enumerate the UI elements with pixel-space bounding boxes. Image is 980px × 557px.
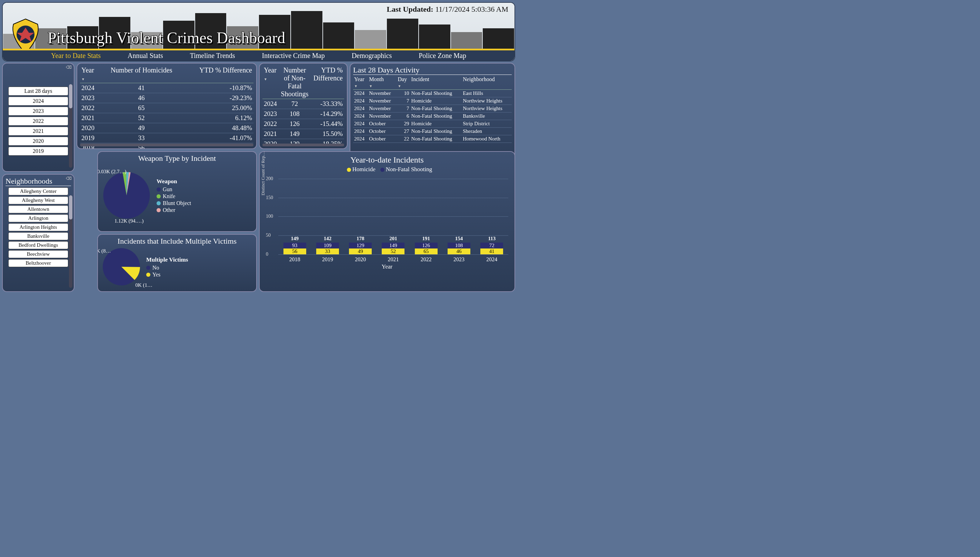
year-filter-2024[interactable]: 2024	[8, 97, 69, 106]
legend-item[interactable]: Blunt Object	[157, 200, 191, 206]
tab-demographics[interactable]: Demographics	[352, 52, 392, 60]
weapon-pie-title: Weapon Type by Incident	[101, 154, 253, 163]
neighborhood-beltzhoover[interactable]: Beltzhoover	[8, 259, 69, 267]
col-count[interactable]: Number of Non-Fatal Shootings	[278, 65, 311, 99]
x-tick: 2023	[453, 256, 464, 263]
year-filter-panel: ⌫ Last 28 days202420232022202120202019	[2, 63, 75, 172]
table-row[interactable]: 20226525.00%	[80, 103, 253, 113]
table-row[interactable]: 2021526.12%	[80, 113, 253, 123]
nav-tabs: Year to Date StatsAnnual StatsTimeline T…	[3, 50, 514, 61]
nfs-table-panel: Year▼ Number of Non-Fatal Shootings YTD …	[259, 63, 347, 149]
year-filter-2023[interactable]: 2023	[8, 107, 69, 116]
y-axis-label: Distinct Count of Rep…	[260, 151, 266, 195]
neighborhood-allentown[interactable]: Allentown	[8, 205, 69, 213]
table-row[interactable]: 20204948.48%	[80, 123, 253, 133]
neighborhood-arlington[interactable]: Arlington	[8, 214, 69, 222]
legend-item[interactable]: Non-Fatal Shooting	[386, 166, 432, 173]
scrollbar[interactable]	[80, 143, 253, 146]
col-neighborhood[interactable]: Neighborhood	[462, 76, 512, 90]
weapon-pie-panel: Weapon Type by Incident 0.03K (2.7…) 1.1…	[97, 151, 257, 232]
tab-police-zone-map[interactable]: Police Zone Map	[419, 52, 466, 60]
year-filter-2019[interactable]: 2019	[8, 147, 69, 156]
x-axis-label: Year	[263, 263, 512, 270]
neighborhood-allegheny-center[interactable]: Allegheny Center	[8, 187, 69, 195]
table-row[interactable]: 202472-33.33%	[263, 99, 344, 109]
year-filter-2021[interactable]: 2021	[8, 127, 69, 136]
bar-2018[interactable]: 149 93 56	[284, 243, 306, 254]
table-row[interactable]: 201910917.20%	[263, 149, 344, 150]
table-row[interactable]: 2022126-15.44%	[263, 119, 344, 129]
neighborhood-filter-panel: ⌫ Neighborhoods Allegheny CenterAlleghen…	[2, 174, 75, 292]
col-year[interactable]: Year▼	[263, 65, 278, 99]
bar-2022[interactable]: 191 126 65	[415, 243, 438, 254]
col-day[interactable]: Day▼	[397, 76, 410, 90]
table-row[interactable]: 202441-10.87%	[80, 83, 253, 93]
table-row[interactable]: 2024November10Non-Fatal ShootingEast Hil…	[353, 90, 512, 97]
neighborhood-beechview[interactable]: Beechview	[8, 250, 69, 258]
year-filter-2022[interactable]: 2022	[8, 117, 69, 125]
bar-2020[interactable]: 178 129 49	[349, 243, 372, 254]
col-incident[interactable]: Incident	[410, 76, 462, 90]
table-row[interactable]: 2024October22Non-Fatal ShootingHomewood …	[353, 135, 512, 143]
col-pct[interactable]: YTD % Difference	[182, 65, 253, 83]
bar-2024[interactable]: 113 72 41	[480, 243, 503, 254]
col-count[interactable]: Number of Homicides	[101, 65, 183, 83]
table-row[interactable]: 2023108-14.29%	[263, 109, 344, 119]
neighborhood-allegheny-west[interactable]: Allegheny West	[8, 196, 69, 204]
legend-item[interactable]: Knife	[157, 193, 191, 199]
x-tick: 2024	[486, 256, 497, 263]
table-row[interactable]: 202346-29.23%	[80, 93, 253, 103]
scrollbar[interactable]	[69, 84, 72, 168]
header-banner: Last Updated: 11/17/2024 5:03:36 AM Pitt…	[2, 2, 515, 62]
year-filter-2020[interactable]: 2020	[8, 137, 69, 146]
table-row[interactable]: 201933-41.07%	[80, 133, 253, 143]
x-tick: 2019	[322, 256, 333, 263]
table-row[interactable]: 2024November7Non-Fatal ShootingNorthview…	[353, 105, 512, 112]
table-row[interactable]: 2024November7HomicideNorthview Heights	[353, 97, 512, 105]
multi-victim-pie-panel: Incidents that Include Multiple Victims …	[97, 234, 257, 292]
recent-title: Last 28 Days Activity	[353, 65, 512, 75]
recent-table: Year▼Month▼Day▼IncidentNeighborhood 2024…	[353, 76, 512, 143]
bar-2021[interactable]: 201 149 52	[382, 243, 404, 254]
neighborhood-arlington-heights[interactable]: Arlington Heights	[8, 223, 69, 231]
tab-year-to-date-stats[interactable]: Year to Date Stats	[51, 52, 101, 60]
multi-pie-title: Incidents that Include Multiple Victims	[101, 237, 253, 246]
eraser-icon[interactable]: ⌫	[66, 65, 72, 70]
ytd-bar-panel: Year-to-date Incidents HomicideNon-Fatal…	[259, 151, 515, 292]
last-updated: Last Updated: 11/17/2024 5:03:36 AM	[387, 5, 508, 14]
bar-2023[interactable]: 154 108 46	[448, 243, 471, 254]
scrollbar[interactable]	[263, 143, 344, 146]
legend-item[interactable]: Homicide	[352, 166, 375, 173]
eraser-icon[interactable]: ⌫	[66, 176, 72, 181]
col-month[interactable]: Month▼	[368, 76, 397, 90]
multi-legend: Multiple Victims NoYes	[146, 256, 188, 278]
homicide-table-panel: Year▼ Number of Homicides YTD % Differen…	[76, 63, 257, 149]
neighborhood-bedford-dwellings[interactable]: Bedford Dwellings	[8, 241, 69, 249]
scrollbar[interactable]	[69, 195, 72, 288]
bar-legend: HomicideNon-Fatal Shooting	[263, 166, 512, 173]
table-row[interactable]: 2024October27Non-Fatal ShootingSheraden	[353, 128, 512, 135]
x-tick: 2022	[421, 256, 432, 263]
tab-timeline-trends[interactable]: Timeline Trends	[190, 52, 235, 60]
bar-chart[interactable]: Distinct Count of Rep… 050100150200 149 …	[278, 175, 508, 254]
legend-item[interactable]: Other	[157, 207, 191, 213]
weapon-pie-chart[interactable]	[101, 169, 153, 221]
nfs-table: Year▼ Number of Non-Fatal Shootings YTD …	[263, 65, 344, 149]
pie-label: 1K (8…	[97, 248, 111, 254]
legend-item[interactable]: Yes	[146, 272, 188, 278]
bar-2019[interactable]: 142 109 33	[316, 243, 339, 254]
neighborhood-banksville[interactable]: Banksville	[8, 232, 69, 240]
homicide-table: Year▼ Number of Homicides YTD % Differen…	[80, 65, 253, 149]
col-year[interactable]: Year▼	[80, 65, 101, 83]
col-year[interactable]: Year▼	[353, 76, 368, 90]
col-pct[interactable]: YTD % Difference	[311, 65, 344, 99]
table-row[interactable]: 202114915.50%	[263, 129, 344, 139]
legend-item[interactable]: No	[146, 265, 188, 271]
pie-label: 0.03K (2.7…)	[97, 169, 127, 174]
table-row[interactable]: 2024November6Non-Fatal ShootingBanksvill…	[353, 112, 512, 120]
tab-interactive-crime-map[interactable]: Interactive Crime Map	[262, 52, 325, 60]
table-row[interactable]: 2024October29HomicideStrip District	[353, 120, 512, 128]
legend-item[interactable]: Gun	[157, 186, 191, 192]
tab-annual-stats[interactable]: Annual Stats	[128, 52, 163, 60]
year-filter-last-28-days[interactable]: Last 28 days	[8, 86, 69, 96]
